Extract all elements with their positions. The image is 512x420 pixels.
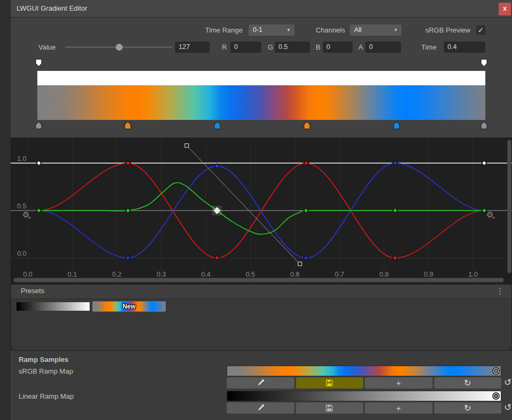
preset-swatch-bw[interactable] bbox=[17, 302, 90, 311]
color-key-marker[interactable] bbox=[481, 121, 487, 130]
tangent-handle[interactable] bbox=[185, 144, 189, 148]
object-picker-icon[interactable] bbox=[492, 392, 500, 400]
channels-dropdown[interactable]: All ▼ bbox=[350, 25, 402, 36]
curve-key-diamond[interactable] bbox=[303, 255, 308, 260]
save-ramp-button[interactable] bbox=[296, 402, 364, 414]
value-slider[interactable] bbox=[66, 46, 172, 48]
edit-ramp-button[interactable] bbox=[227, 402, 294, 414]
presets-header: Presets ⋮ bbox=[11, 285, 511, 299]
x-tick-label: 0.0 bbox=[23, 271, 32, 278]
ramp-samples-heading: Ramp Samples bbox=[19, 356, 68, 364]
refresh-icon: ↻ bbox=[464, 378, 471, 388]
alpha-marker-row bbox=[37, 59, 485, 68]
object-picker-icon[interactable] bbox=[492, 367, 500, 375]
curve-key-diamond[interactable] bbox=[393, 160, 397, 165]
revert-linear-ramp-button[interactable]: ↺ bbox=[504, 402, 512, 414]
add-ramp-button[interactable]: + bbox=[365, 377, 433, 389]
curve-editor[interactable]: 0.00.10.20.30.40.50.60.70.80.91.01.00.50… bbox=[11, 138, 512, 284]
vertical-scrollbar[interactable] bbox=[507, 140, 511, 273]
right-curve-settings-button[interactable]: ⚙▾ bbox=[486, 211, 495, 220]
curve-key-diamond[interactable] bbox=[125, 160, 130, 165]
curve-key-diamond[interactable] bbox=[393, 208, 397, 213]
alpha-key-marker[interactable] bbox=[481, 59, 487, 67]
preset-swatch-new[interactable]: New bbox=[92, 301, 166, 312]
horizontal-scrollbar[interactable] bbox=[13, 278, 504, 282]
alpha-preview-strip[interactable] bbox=[37, 71, 485, 85]
presets-title: Presets bbox=[21, 287, 44, 295]
color-key-marker[interactable] bbox=[393, 121, 400, 130]
a-field[interactable]: 0 bbox=[365, 42, 401, 53]
curve-key-diamond[interactable] bbox=[303, 208, 308, 213]
curve-key-diamond[interactable] bbox=[36, 208, 41, 213]
plus-icon: + bbox=[396, 379, 401, 387]
chevron-down-icon: ▾ bbox=[492, 215, 494, 220]
linear-ramp-buttons: + ↻ bbox=[227, 402, 501, 414]
window-titlebar[interactable]: LWGUI Gradient Editor x bbox=[11, 0, 512, 18]
srgb-ramp-preview[interactable] bbox=[227, 366, 501, 376]
gradient-preview-bar[interactable] bbox=[37, 85, 485, 120]
g-field[interactable]: 0.5 bbox=[275, 42, 310, 53]
edit-ramp-button[interactable] bbox=[227, 377, 294, 389]
pencil-icon bbox=[257, 379, 265, 387]
curve-key-diamond[interactable] bbox=[36, 160, 41, 165]
rgba-curves-chart[interactable]: 0.00.10.20.30.40.50.60.70.80.91.01.00.50… bbox=[11, 138, 512, 284]
color-key-marker[interactable] bbox=[35, 121, 42, 130]
time-label: Time bbox=[421, 42, 436, 53]
refresh-ramp-button[interactable]: ↻ bbox=[434, 402, 502, 414]
value-slider-thumb[interactable] bbox=[116, 44, 123, 51]
tangent-handle[interactable] bbox=[298, 262, 302, 266]
refresh-ramp-button[interactable]: ↻ bbox=[434, 377, 502, 389]
srgb-preview-checkbox[interactable]: ✓ bbox=[476, 26, 485, 35]
refresh-icon: ↻ bbox=[464, 403, 471, 413]
b-field[interactable]: 0 bbox=[323, 42, 353, 53]
curve-key-diamond[interactable] bbox=[482, 160, 486, 165]
alpha-key-marker[interactable] bbox=[35, 59, 42, 67]
srgb-ramp-map-label: sRGB Ramp Map bbox=[19, 367, 73, 375]
curve-key-diamond[interactable] bbox=[125, 208, 130, 213]
r-field[interactable]: 0 bbox=[230, 42, 261, 53]
color-key-marker[interactable] bbox=[303, 121, 310, 130]
add-ramp-button[interactable]: + bbox=[365, 402, 433, 414]
value-label: Value bbox=[38, 42, 55, 53]
x-tick-label: 0.7 bbox=[335, 271, 344, 278]
g-label: G bbox=[268, 42, 273, 53]
x-tick-label: 0.6 bbox=[290, 271, 299, 278]
channels-label: Channels bbox=[307, 25, 345, 36]
y-tick-label: 1.0 bbox=[17, 155, 26, 163]
x-tick-label: 0.9 bbox=[424, 271, 433, 278]
chevron-down-icon: ▼ bbox=[286, 25, 291, 36]
a-label: A bbox=[358, 42, 363, 53]
curve-key-diamond[interactable] bbox=[393, 255, 397, 260]
time-range-dropdown[interactable]: 0-1 ▼ bbox=[249, 25, 294, 36]
ramp-samples-section: Ramp Samples sRGB Ramp Map + ↻ ↺ Linear … bbox=[11, 351, 512, 420]
curve-key-diamond[interactable] bbox=[125, 255, 130, 260]
color-key-marker[interactable] bbox=[124, 121, 131, 130]
channels-value: All bbox=[354, 26, 362, 34]
time-field[interactable]: 0.4 bbox=[444, 42, 485, 53]
left-curve-settings-button[interactable]: ⚙▾ bbox=[22, 211, 31, 220]
r-label: R bbox=[222, 42, 227, 53]
curve-key-diamond[interactable] bbox=[214, 255, 219, 260]
kebab-menu-icon[interactable]: ⋮ bbox=[496, 286, 504, 296]
pencil-icon bbox=[257, 404, 265, 412]
save-ramp-button[interactable] bbox=[296, 377, 364, 389]
undo-arrow-icon: ↺ bbox=[504, 377, 511, 387]
color-key-marker[interactable] bbox=[214, 121, 221, 130]
presets-section: Presets ⋮ New bbox=[11, 284, 512, 351]
close-button[interactable]: x bbox=[499, 3, 511, 15]
x-tick-label: 0.4 bbox=[201, 271, 210, 278]
x-tick-label: 0.8 bbox=[379, 271, 388, 278]
preset-swatch-label: New bbox=[123, 303, 136, 310]
x-tick-label: 0.2 bbox=[112, 271, 121, 278]
window-title: LWGUI Gradient Editor bbox=[17, 4, 87, 12]
plus-icon: + bbox=[396, 404, 401, 413]
gradient-controls-panel: Time Range 0-1 ▼ Channels All ▼ sRGB Pre… bbox=[11, 18, 512, 138]
value-field[interactable]: 127 bbox=[175, 42, 210, 53]
linear-ramp-preview[interactable] bbox=[227, 391, 501, 401]
revert-srgb-ramp-button[interactable]: ↺ bbox=[504, 377, 512, 389]
y-tick-label: 0.5 bbox=[17, 203, 26, 210]
y-tick-label: 0.0 bbox=[17, 250, 26, 257]
curve-key-diamond[interactable] bbox=[303, 160, 308, 165]
curve-key-diamond[interactable] bbox=[214, 164, 219, 168]
srgb-ramp-buttons: + ↻ bbox=[227, 377, 501, 389]
